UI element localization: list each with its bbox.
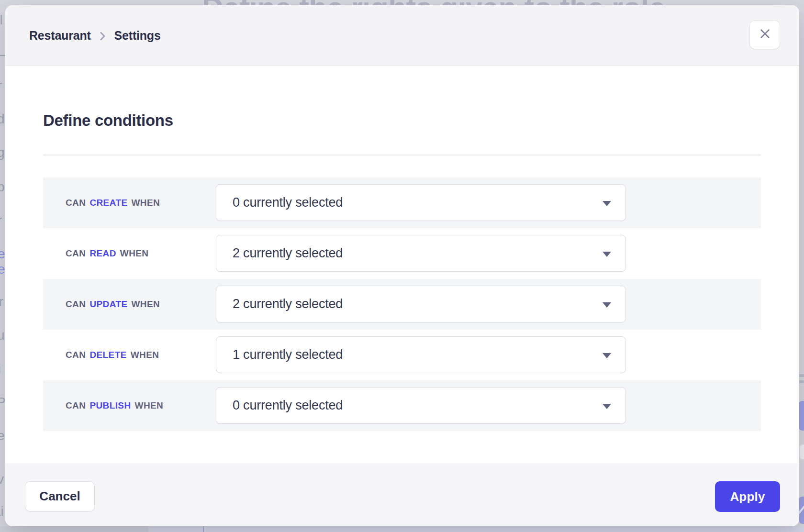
label-action: READ bbox=[89, 248, 116, 259]
label-action: CREATE bbox=[89, 198, 127, 208]
dropdown-value: 2 currently selected bbox=[216, 297, 343, 311]
dropdown-value: 2 currently selected bbox=[216, 246, 343, 261]
row-can-delete: CAN DELETE WHEN 1 currently selected bbox=[43, 330, 761, 380]
settings-modal: Restaurant Settings Define conditions CA… bbox=[5, 5, 799, 526]
publish-conditions-dropdown[interactable]: 0 currently selected bbox=[216, 387, 626, 424]
close-button[interactable] bbox=[749, 20, 780, 49]
backdrop-text-fragment: ti bbox=[0, 362, 1, 376]
backdrop-text-fragment: p bbox=[0, 180, 5, 194]
dropdown-arrow-icon bbox=[603, 404, 611, 409]
backdrop-text-fragment: r bbox=[0, 79, 2, 92]
breadcrumb-item-restaurant[interactable]: Restaurant bbox=[29, 29, 91, 43]
label-suffix: WHEN bbox=[135, 400, 164, 411]
permission-label: CAN READ WHEN bbox=[66, 228, 148, 279]
backdrop-text-fragment: P bbox=[0, 396, 6, 409]
cancel-button[interactable]: Cancel bbox=[25, 481, 95, 511]
dropdown-value: 1 currently selected bbox=[216, 347, 343, 362]
close-icon bbox=[759, 27, 771, 42]
backdrop-line-fragment bbox=[799, 380, 804, 383]
backdrop-badge-fragment bbox=[799, 497, 804, 524]
screen: Define the rights given to the role ol ‒… bbox=[0, 0, 804, 532]
delete-conditions-dropdown[interactable]: 1 currently selected bbox=[216, 336, 626, 373]
dropdown-arrow-icon bbox=[603, 201, 611, 206]
read-conditions-dropdown[interactable]: 2 currently selected bbox=[216, 235, 626, 272]
label-action: DELETE bbox=[89, 350, 126, 360]
dropdown-value: 0 currently selected bbox=[216, 195, 343, 210]
backdrop-text-fragment: u bbox=[0, 329, 5, 342]
row-can-create: CAN CREATE WHEN 0 currently selected bbox=[43, 177, 761, 228]
dropdown-arrow-icon bbox=[603, 302, 611, 308]
backdrop-text-fragment: e bbox=[0, 247, 5, 261]
backdrop-text-fragment: v bbox=[0, 473, 4, 486]
backdrop-text-fragment: e bbox=[0, 263, 5, 276]
backdrop-text-fragment: r bbox=[0, 214, 2, 227]
permission-label: CAN PUBLISH WHEN bbox=[66, 380, 163, 431]
row-can-update: CAN UPDATE WHEN 2 currently selected bbox=[43, 279, 761, 330]
backdrop-text-fragment: er bbox=[0, 295, 3, 309]
backdrop-line-fragment bbox=[799, 374, 804, 377]
label-suffix: WHEN bbox=[131, 299, 160, 310]
backdrop-text-fragment: ‒ bbox=[0, 48, 6, 61]
label-prefix: CAN bbox=[66, 198, 86, 208]
label-suffix: WHEN bbox=[120, 248, 149, 259]
label-prefix: CAN bbox=[66, 400, 86, 411]
label-suffix: WHEN bbox=[131, 198, 160, 208]
backdrop-text-fragment: ol bbox=[0, 13, 3, 27]
apply-button[interactable]: Apply bbox=[715, 481, 780, 512]
dropdown-arrow-icon bbox=[603, 252, 611, 257]
label-prefix: CAN bbox=[66, 248, 86, 259]
backdrop-button-fragment bbox=[799, 401, 804, 431]
conditions-list: CAN CREATE WHEN 0 currently selected CAN… bbox=[43, 177, 761, 431]
permission-label: CAN CREATE WHEN bbox=[66, 177, 160, 228]
permission-label: CAN DELETE WHEN bbox=[66, 330, 159, 380]
backdrop-text-fragment: d bbox=[0, 112, 5, 126]
row-can-read: CAN READ WHEN 2 currently selected bbox=[43, 228, 761, 279]
dropdown-value: 0 currently selected bbox=[216, 398, 343, 413]
backdrop-outline-fragment bbox=[799, 444, 804, 460]
label-prefix: CAN bbox=[66, 350, 86, 360]
divider bbox=[43, 155, 761, 155]
dropdown-arrow-icon bbox=[603, 353, 611, 358]
permission-label: CAN UPDATE WHEN bbox=[66, 279, 160, 330]
backdrop-text-fragment: g bbox=[0, 146, 5, 159]
breadcrumb: Restaurant Settings bbox=[29, 5, 161, 66]
modal-footer: Cancel Apply bbox=[5, 464, 799, 526]
modal-header: Restaurant Settings bbox=[5, 5, 799, 66]
label-action: UPDATE bbox=[89, 299, 127, 310]
label-suffix: WHEN bbox=[131, 350, 159, 360]
update-conditions-dropdown[interactable]: 2 currently selected bbox=[216, 286, 626, 322]
modal-body: Define conditions CAN CREATE WHEN 0 curr… bbox=[5, 66, 799, 464]
create-conditions-dropdown[interactable]: 0 currently selected bbox=[216, 184, 626, 221]
backdrop-bottom-strip bbox=[0, 526, 804, 532]
chevron-right-icon bbox=[99, 32, 106, 41]
breadcrumb-item-settings: Settings bbox=[114, 29, 161, 43]
label-action: PUBLISH bbox=[89, 400, 131, 411]
backdrop-text-fragment: ai bbox=[0, 505, 4, 518]
page-title: Define conditions bbox=[43, 111, 173, 130]
row-can-publish: CAN PUBLISH WHEN 0 currently selected bbox=[43, 380, 761, 431]
label-prefix: CAN bbox=[66, 299, 86, 310]
backdrop-text-fragment: e bbox=[0, 429, 5, 443]
